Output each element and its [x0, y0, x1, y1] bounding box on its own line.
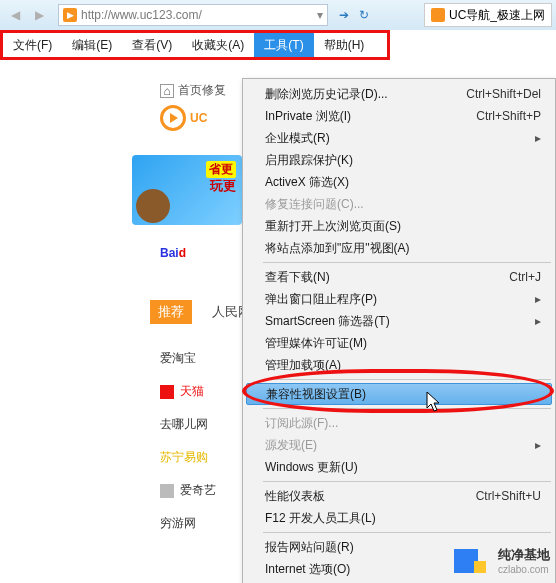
- link-iqiyi[interactable]: 爱奇艺: [160, 482, 216, 499]
- menu-feed-discovery: 源发现(E): [243, 434, 555, 456]
- refresh-button[interactable]: ↻: [359, 8, 369, 22]
- menu-separator: [263, 379, 551, 380]
- menu-subscribe-feed: 订阅此源(F)...: [243, 412, 555, 434]
- tab-recommend[interactable]: 推荐: [150, 300, 192, 324]
- watermark-name: 纯净基地: [498, 546, 550, 564]
- menu-smartscreen[interactable]: SmartScreen 筛选器(T): [243, 310, 555, 332]
- menu-fix-connection: 修复连接问题(C)...: [243, 193, 555, 215]
- menu-favorites[interactable]: 收藏夹(A): [182, 33, 254, 57]
- menu-separator: [263, 532, 551, 533]
- menu-performance-dashboard[interactable]: 性能仪表板Ctrl+Shift+U: [243, 485, 555, 507]
- menu-tracking-protection[interactable]: 启用跟踪保护(K): [243, 149, 555, 171]
- menu-view-downloads[interactable]: 查看下载(N)Ctrl+J: [243, 266, 555, 288]
- section-tabs: 推荐 人民网: [150, 300, 251, 324]
- menu-compat-view-settings[interactable]: 兼容性视图设置(B): [246, 383, 552, 405]
- uc-logo-text: UC: [190, 111, 207, 125]
- menubar-highlight-box: 文件(F) 编辑(E) 查看(V) 收藏夹(A) 工具(T) 帮助(H): [0, 30, 390, 60]
- menu-separator: [263, 481, 551, 482]
- menu-windows-update[interactable]: Windows 更新(U): [243, 456, 555, 478]
- baidu-text-1: Bai: [160, 246, 179, 260]
- menu-help[interactable]: 帮助(H): [314, 33, 375, 57]
- site-favicon: ▶: [63, 8, 77, 22]
- menu-reopen-last[interactable]: 重新打开上次浏览页面(S): [243, 215, 555, 237]
- promo-banner[interactable]: 省更 玩更: [132, 155, 242, 225]
- back-button[interactable]: ◀: [4, 4, 26, 26]
- address-bar[interactable]: ▶ http://www.uc123.com/ ▾: [58, 4, 328, 26]
- tmall-icon: [160, 385, 174, 399]
- menu-edit[interactable]: 编辑(E): [62, 33, 122, 57]
- menu-f12-devtools[interactable]: F12 开发人员工具(L): [243, 507, 555, 529]
- watermark-icon-accent: [474, 561, 486, 573]
- menu-activex-filter[interactable]: ActiveX 筛选(X): [243, 171, 555, 193]
- iqiyi-icon: [160, 484, 174, 498]
- home-icon[interactable]: ⌂: [160, 84, 174, 98]
- promo-mascot-icon: [136, 189, 170, 223]
- tools-dropdown: 删除浏览历史记录(D)...Ctrl+Shift+Del InPrivate 浏…: [242, 78, 556, 583]
- menu-manage-addons[interactable]: 管理加载项(A): [243, 354, 555, 376]
- menubar: 文件(F) 编辑(E) 查看(V) 收藏夹(A) 工具(T) 帮助(H): [3, 33, 387, 57]
- menu-enterprise-mode[interactable]: 企业模式(R): [243, 127, 555, 149]
- link-suning[interactable]: 苏宁易购: [160, 449, 216, 466]
- promo-text-2: 玩更: [210, 177, 236, 195]
- breadcrumb: ⌂ 首页修复: [160, 82, 226, 99]
- forward-button[interactable]: ▶: [28, 4, 50, 26]
- browser-tab[interactable]: UC导航_极速上网: [424, 3, 552, 27]
- link-aitaobao[interactable]: 爱淘宝: [160, 350, 216, 367]
- site-link-list: 爱淘宝 天猫 去哪儿网 苏宁易购 爱奇艺 穷游网: [160, 350, 216, 532]
- uc-logo-icon: [160, 105, 186, 131]
- menu-inprivate[interactable]: InPrivate 浏览(I)Ctrl+Shift+P: [243, 105, 555, 127]
- baidu-text-2: d: [179, 246, 186, 260]
- tab-favicon: [431, 8, 445, 22]
- menu-separator: [263, 408, 551, 409]
- go-button[interactable]: ➔: [339, 8, 349, 22]
- link-qyer[interactable]: 穷游网: [160, 515, 216, 532]
- tab-label: UC导航_极速上网: [449, 7, 545, 24]
- titlebar: ◀ ▶ ▶ http://www.uc123.com/ ▾ ➔ ↻ UC导航_极…: [0, 0, 556, 30]
- link-tmall[interactable]: 天猫: [160, 383, 216, 400]
- menu-popup-blocker[interactable]: 弹出窗口阻止程序(P): [243, 288, 555, 310]
- baidu-logo[interactable]: Baid: [160, 235, 186, 263]
- dropdown-icon[interactable]: ▾: [317, 8, 323, 22]
- promo-text-1: 省更: [206, 161, 236, 178]
- menu-add-to-apps[interactable]: 将站点添加到"应用"视图(A): [243, 237, 555, 259]
- uc-logo: UC: [160, 105, 207, 131]
- url-text: http://www.uc123.com/: [81, 8, 317, 22]
- link-qunar[interactable]: 去哪儿网: [160, 416, 216, 433]
- watermark-url: czlabo.com: [498, 564, 550, 575]
- menu-tools[interactable]: 工具(T): [254, 33, 313, 57]
- menu-separator: [263, 262, 551, 263]
- go-refresh-group: ➔ ↻: [334, 8, 374, 22]
- menu-media-licenses[interactable]: 管理媒体许可证(M): [243, 332, 555, 354]
- menu-file[interactable]: 文件(F): [3, 33, 62, 57]
- watermark: 纯净基地 czlabo.com: [454, 546, 550, 575]
- menu-view[interactable]: 查看(V): [122, 33, 182, 57]
- menu-delete-history[interactable]: 删除浏览历史记录(D)...Ctrl+Shift+Del: [243, 83, 555, 105]
- breadcrumb-text[interactable]: 首页修复: [178, 82, 226, 99]
